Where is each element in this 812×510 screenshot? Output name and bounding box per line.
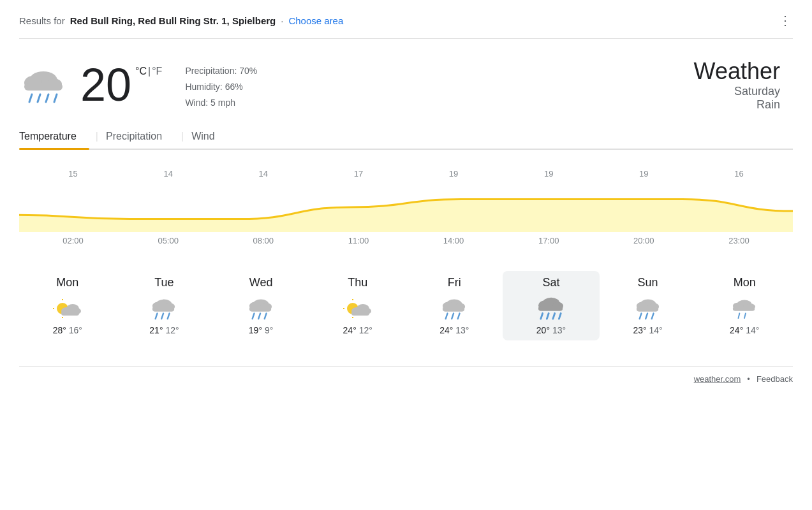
day-name: Tue (154, 276, 173, 289)
svg-rect-20 (152, 307, 174, 312)
day-high: 28° (53, 325, 66, 335)
day-forecast-item[interactable]: Mon 28° 16° (19, 271, 116, 340)
tab-precipitation[interactable]: Precipitation (98, 124, 175, 149)
chart-value: 19 (406, 169, 501, 178)
day-high: 24° (343, 325, 357, 335)
svg-line-54 (559, 314, 561, 319)
day-low: 12° (165, 325, 179, 335)
results-prefix: Results for (19, 15, 65, 26)
day-icon (149, 295, 179, 320)
svg-rect-39 (351, 311, 369, 316)
day-low: 9° (265, 325, 273, 335)
svg-line-6 (46, 94, 48, 102)
weather-details: Precipitation: 70% Humidity: 66% Wind: 5… (185, 63, 257, 112)
weather-source-link[interactable]: weather.com (694, 374, 741, 384)
weather-day: Saturday (694, 85, 780, 98)
day-temps: 23° 14° (633, 325, 662, 335)
precipitation-value: 70% (239, 66, 257, 76)
daily-forecast: Mon 28° 16°Tue 21° 12°Wed 1 (19, 265, 793, 347)
chart-value: 16 (691, 169, 786, 178)
svg-line-5 (38, 94, 40, 102)
weather-icon (19, 62, 70, 107)
tab-temperature[interactable]: Temperature (19, 124, 89, 149)
chart-value: 19 (596, 169, 691, 178)
wind-label: Wind: (185, 98, 208, 108)
day-forecast-item[interactable]: Thu 24° 12° (309, 271, 406, 340)
weather-title: Weather Saturday Rain (694, 58, 793, 112)
svg-line-7 (54, 94, 57, 102)
svg-line-44 (446, 314, 448, 319)
day-icon (246, 295, 276, 320)
day-name: Mon (734, 276, 756, 289)
day-name: Sat (542, 276, 559, 289)
chart-value-labels: 1514141719191916 (19, 169, 793, 178)
svg-line-67 (744, 314, 746, 319)
humidity-label: Humidity: (185, 82, 222, 92)
location-text: Red Bull Ring, Red Bull Ring Str. 1, Spi… (70, 15, 276, 26)
svg-line-21 (156, 314, 158, 319)
precipitation-label: Precipitation: (185, 66, 237, 76)
weather-label: Weather (694, 58, 780, 85)
day-icon (729, 295, 760, 320)
svg-line-23 (168, 314, 170, 319)
day-high: 24° (439, 325, 453, 335)
humidity-value: 66% (225, 82, 243, 92)
weather-condition: Rain (694, 98, 780, 112)
unit-separator: | (148, 66, 151, 77)
day-forecast-item[interactable]: Tue 21° 12° (116, 271, 213, 340)
wind-value: 5 mph (210, 98, 235, 108)
svg-line-4 (29, 94, 32, 102)
day-forecast-item[interactable]: Sun 23° 14° (600, 271, 697, 340)
chart-value: 19 (501, 169, 596, 178)
footer: weather.com • Feedback (19, 366, 793, 384)
day-high: 21° (149, 325, 163, 335)
day-forecast-item[interactable]: Mon 24° 14° (696, 271, 793, 340)
chart-time: 20:00 (596, 236, 691, 245)
day-icon (52, 295, 83, 320)
day-temps: 21° 12° (149, 325, 179, 335)
chart-time: 14:00 (406, 236, 501, 245)
choose-area-link[interactable]: Choose area (288, 15, 343, 26)
day-low: 12° (359, 325, 373, 335)
day-low: 14° (649, 325, 663, 335)
chart-time: 02:00 (26, 236, 121, 245)
unit-celsius[interactable]: °C (135, 66, 147, 77)
day-high: 23° (633, 325, 646, 335)
day-forecast-item[interactable]: Wed 19° 9° (212, 271, 309, 340)
day-name: Mon (56, 276, 78, 289)
day-forecast-item[interactable]: Fri 24° 13° (406, 271, 503, 340)
day-low: 13° (455, 325, 469, 335)
day-icon (633, 295, 663, 320)
day-name: Fri (448, 276, 461, 289)
day-icon (536, 295, 566, 320)
chart-time-labels: 02:0005:0008:0011:0014:0017:0020:0023:00 (19, 232, 793, 245)
day-high: 20° (536, 325, 550, 335)
chart-time: 23:00 (691, 236, 786, 245)
unit-toggle[interactable]: °C | °F (135, 66, 162, 77)
svg-rect-16 (61, 311, 79, 316)
feedback-link[interactable]: Feedback (757, 374, 793, 384)
day-temps: 19° 9° (249, 325, 273, 335)
day-temps: 28° 16° (53, 325, 82, 335)
footer-separator: • (747, 374, 750, 384)
weather-tabs: Temperature | Precipitation | Wind (19, 124, 793, 150)
day-icon (343, 295, 373, 320)
temperature-chart: 1514141719191916 02:0005:0008:0011:0014:… (19, 169, 793, 252)
day-forecast-item[interactable]: Sat 20° 13° (503, 271, 600, 340)
day-low: 16° (69, 325, 82, 335)
chart-time: 05:00 (121, 236, 216, 245)
tab-wind[interactable]: Wind (184, 124, 227, 149)
precipitation-row: Precipitation: 70% (185, 63, 257, 79)
svg-line-30 (265, 314, 267, 319)
more-options-icon[interactable]: ⋮ (779, 13, 793, 28)
humidity-row: Humidity: 66% (185, 79, 257, 95)
day-high: 19° (249, 325, 262, 335)
unit-fahrenheit[interactable]: °F (152, 66, 162, 77)
chart-time: 08:00 (216, 236, 311, 245)
temperature-block: 20 °C | °F (80, 62, 162, 108)
day-temps: 24° 14° (730, 325, 759, 335)
day-temps: 20° 13° (536, 325, 566, 335)
svg-line-45 (452, 314, 454, 319)
svg-line-52 (547, 314, 549, 319)
svg-line-29 (258, 314, 260, 319)
